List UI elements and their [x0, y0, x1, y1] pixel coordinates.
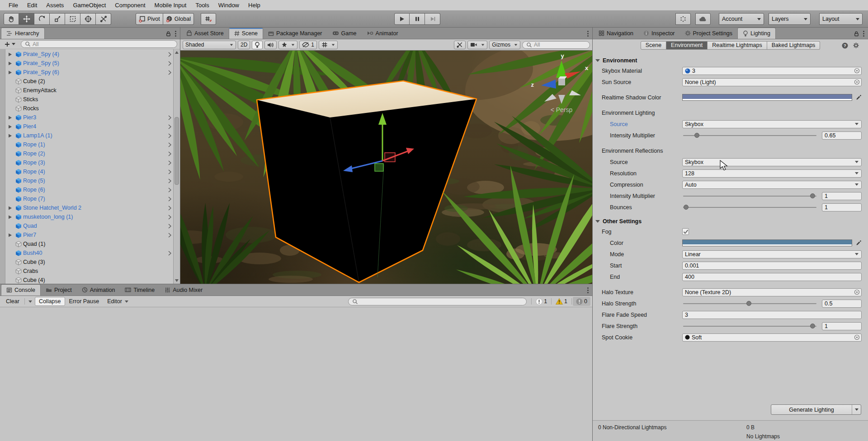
generate-dropdown-icon[interactable]	[852, 405, 861, 414]
tab-scene[interactable]: Scene	[229, 28, 263, 39]
console-search-input[interactable]	[348, 298, 527, 305]
menu-help[interactable]: Help	[244, 0, 264, 10]
text-field-end[interactable]: 400	[682, 273, 862, 281]
hierarchy-item-rope-2[interactable]: Rope (2)	[6, 149, 173, 158]
hierarchy-item-rope-7[interactable]: Rope (7)	[6, 194, 173, 203]
hierarchy-item-stone-hatchet-world-2[interactable]: Stone Hatchet_World 2	[6, 203, 173, 212]
slider-value-field[interactable]: 1	[822, 203, 862, 211]
subtab-scene[interactable]: Scene	[641, 41, 666, 50]
checkbox-fog[interactable]	[682, 228, 689, 235]
clear-dropdown[interactable]	[26, 297, 35, 306]
prefab-chevron-icon[interactable]	[166, 251, 173, 256]
layout-dropdown[interactable]: Layout	[819, 13, 863, 25]
collab-cloud-button[interactable]	[695, 13, 711, 25]
grid-snap-button[interactable]	[201, 13, 216, 25]
slider-halo-strength[interactable]	[683, 303, 816, 304]
menu-mobile-input[interactable]: Mobile Input	[151, 0, 191, 10]
slider-value-field[interactable]: 1	[822, 192, 862, 200]
lock-icon[interactable]	[854, 31, 859, 37]
prefab-chevron-icon[interactable]	[166, 224, 173, 229]
hierarchy-item-rope-3[interactable]: Rope (3)	[6, 158, 173, 167]
slider-flare-strength[interactable]	[683, 326, 816, 327]
tab-animator[interactable]: Animator	[362, 28, 403, 39]
menu-component[interactable]: Component	[111, 0, 149, 10]
info-filter-toggle[interactable]: 1	[533, 297, 550, 306]
lock-icon[interactable]	[165, 31, 171, 37]
effects-dropdown[interactable]	[278, 41, 297, 49]
section-header-environment[interactable]: Environment	[595, 57, 868, 64]
slider-thumb[interactable]	[746, 301, 751, 306]
help-icon[interactable]: ?	[842, 42, 848, 49]
prefab-chevron-icon[interactable]	[166, 115, 173, 120]
slider-thumb[interactable]	[810, 193, 815, 198]
expand-arrow-icon[interactable]	[6, 52, 14, 56]
panel-menu-icon[interactable]	[587, 287, 589, 293]
hierarchy-item-rocks[interactable]: Rocks	[6, 104, 173, 113]
slider-value-field[interactable]: 1	[822, 322, 862, 330]
hierarchy-item-lamp1a-1[interactable]: Lamp1A (1)	[6, 131, 173, 140]
move-rotate-scale-tool-button[interactable]	[80, 13, 96, 25]
hierarchy-item-crabs[interactable]: Crabs	[6, 267, 173, 276]
create-object-button[interactable]	[3, 41, 17, 47]
scroll-up-icon[interactable]	[174, 49, 180, 56]
prefab-chevron-icon[interactable]	[166, 70, 173, 75]
scene-lighting-toggle[interactable]	[252, 41, 263, 49]
expand-arrow-icon[interactable]	[6, 233, 14, 237]
prefab-chevron-icon[interactable]	[166, 169, 173, 174]
tab-asset-store[interactable]: Asset Store	[181, 28, 229, 39]
scale-tool-button[interactable]	[50, 13, 65, 25]
slider-value-field[interactable]: 0.5	[822, 300, 862, 308]
object-field-sun-source[interactable]: None (Light)	[682, 78, 862, 86]
step-button[interactable]	[425, 13, 440, 25]
hierarchy-item-cube-2[interactable]: Cube (2)	[6, 77, 173, 86]
expand-arrow-icon[interactable]	[6, 134, 14, 138]
object-picker-icon[interactable]	[854, 68, 860, 74]
hierarchy-item-rope-5[interactable]: Rope (5)	[6, 176, 173, 185]
dropdown-source[interactable]: Skybox	[682, 158, 862, 166]
dropdown-source[interactable]: Skybox	[682, 120, 862, 128]
pause-button[interactable]	[410, 13, 425, 25]
prefab-chevron-icon[interactable]	[166, 151, 173, 156]
menu-file[interactable]: File	[5, 0, 22, 10]
expand-arrow-icon[interactable]	[6, 125, 14, 129]
btab-audio-mixer[interactable]: Audio Mixer	[160, 284, 208, 296]
clear-button[interactable]: Clear	[2, 297, 24, 306]
rtab-navigation[interactable]: Navigation	[594, 28, 638, 39]
move-tool-button[interactable]	[19, 13, 34, 25]
subtab-environment[interactable]: Environment	[666, 41, 708, 50]
prefab-chevron-icon[interactable]	[166, 188, 173, 192]
editor-dropdown[interactable]: Editor	[103, 297, 132, 306]
hierarchy-item-rope-6[interactable]: Rope (6)	[6, 185, 173, 194]
play-button[interactable]	[394, 13, 410, 25]
eyedropper-icon[interactable]	[856, 94, 862, 100]
hierarchy-item-quad-1[interactable]: Quad (1)	[6, 239, 173, 249]
error-filter-toggle[interactable]: 0	[573, 297, 590, 306]
hand-tool-button[interactable]	[4, 13, 19, 25]
error-pause-button[interactable]: Error Pause	[65, 297, 104, 306]
btab-timeline[interactable]: Timeline	[120, 284, 160, 296]
hierarchy-item-musketoon-long-1[interactable]: musketoon_long (1)	[6, 212, 173, 221]
expand-arrow-icon[interactable]	[6, 61, 14, 66]
hierarchy-item-enemyattack[interactable]: EnemyAttack	[6, 86, 173, 95]
expand-arrow-icon[interactable]	[6, 206, 14, 210]
scene-viewport[interactable]: yxz< Persp	[180, 51, 592, 284]
color-swatch-color[interactable]	[682, 239, 852, 246]
btab-console[interactable]: Console	[1, 284, 41, 296]
tab-hierarchy[interactable]: Hierarchy	[1, 28, 45, 39]
object-field-halo-texture[interactable]: None (Texture 2D)	[682, 288, 862, 296]
global-toggle-button[interactable]: Global	[163, 13, 194, 25]
hierarchy-item-pirate-spy-4[interactable]: Pirate_Spy (4)	[6, 50, 173, 59]
slider-value-field[interactable]: 0.65	[822, 131, 862, 140]
expand-arrow-icon[interactable]	[6, 70, 14, 75]
panel-menu-icon[interactable]	[175, 31, 176, 37]
btab-project[interactable]: Project	[41, 284, 77, 296]
subtab-realtime-lightmaps[interactable]: Realtime Lightmaps	[708, 41, 767, 50]
hierarchy-item-pier7[interactable]: Pier7	[6, 230, 173, 239]
menu-window[interactable]: Window	[214, 0, 243, 10]
scrollbar-thumb[interactable]	[175, 117, 179, 185]
hierarchy-item-cube-3[interactable]: Cube (3)	[6, 258, 173, 267]
gizmos-dropdown[interactable]: Gizmos	[489, 41, 520, 49]
object-field-skybox-material[interactable]: 3	[682, 67, 862, 75]
hierarchy-item-pirate-spy-6[interactable]: Pirate_Spy (6)	[6, 68, 173, 77]
hidden-objects-toggle[interactable]: 1	[299, 41, 317, 49]
